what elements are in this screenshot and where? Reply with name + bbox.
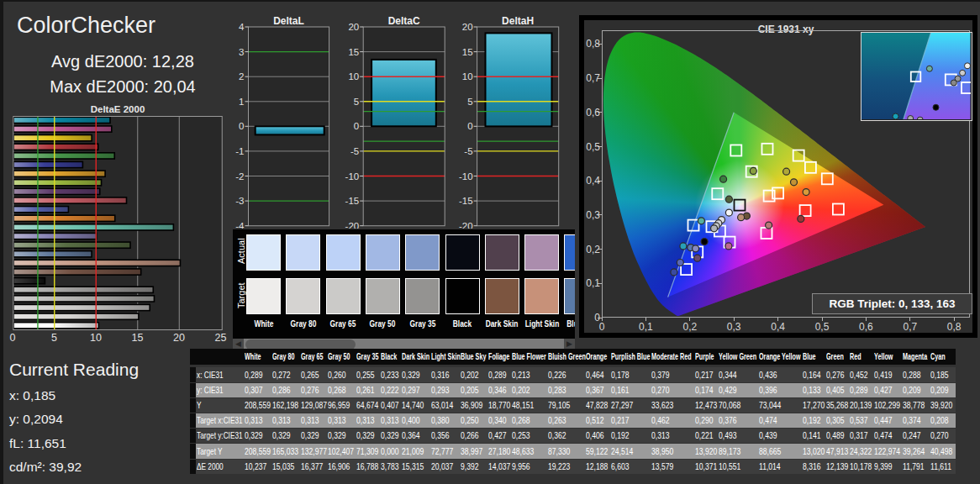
svg-text:-2: -2 xyxy=(235,171,244,182)
svg-text:3: 3 xyxy=(239,47,244,57)
svg-text:DeltaC: DeltaC xyxy=(388,15,420,27)
svg-text:DeltaH: DeltaH xyxy=(502,15,534,27)
svg-text:5: 5 xyxy=(467,97,472,107)
svg-text:-10: -10 xyxy=(459,171,473,182)
svg-text:10: 10 xyxy=(348,71,359,82)
svg-text:2: 2 xyxy=(239,71,244,82)
svg-text:4: 4 xyxy=(239,22,245,32)
svg-text:-10: -10 xyxy=(345,171,360,182)
svg-text:10: 10 xyxy=(462,71,473,82)
svg-text:15: 15 xyxy=(348,47,359,57)
svg-text:20: 20 xyxy=(348,22,359,32)
svg-text:-5: -5 xyxy=(464,146,472,156)
svg-text:0: 0 xyxy=(467,121,472,131)
svg-text:-4: -4 xyxy=(235,221,245,229)
svg-text:-1: -1 xyxy=(235,146,244,156)
svg-text:-15: -15 xyxy=(345,196,360,206)
svg-text:-20: -20 xyxy=(459,221,473,229)
svg-text:-20: -20 xyxy=(345,221,360,229)
svg-text:0: 0 xyxy=(239,121,244,131)
svg-text:1: 1 xyxy=(239,97,244,107)
svg-text:0: 0 xyxy=(354,121,359,131)
svg-text:-5: -5 xyxy=(350,146,359,156)
svg-text:DeltaL: DeltaL xyxy=(273,15,304,27)
svg-text:5: 5 xyxy=(354,97,359,107)
svg-text:-3: -3 xyxy=(235,196,244,206)
svg-text:15: 15 xyxy=(462,47,473,57)
svg-text:20: 20 xyxy=(462,22,473,32)
svg-text:-15: -15 xyxy=(459,196,473,206)
